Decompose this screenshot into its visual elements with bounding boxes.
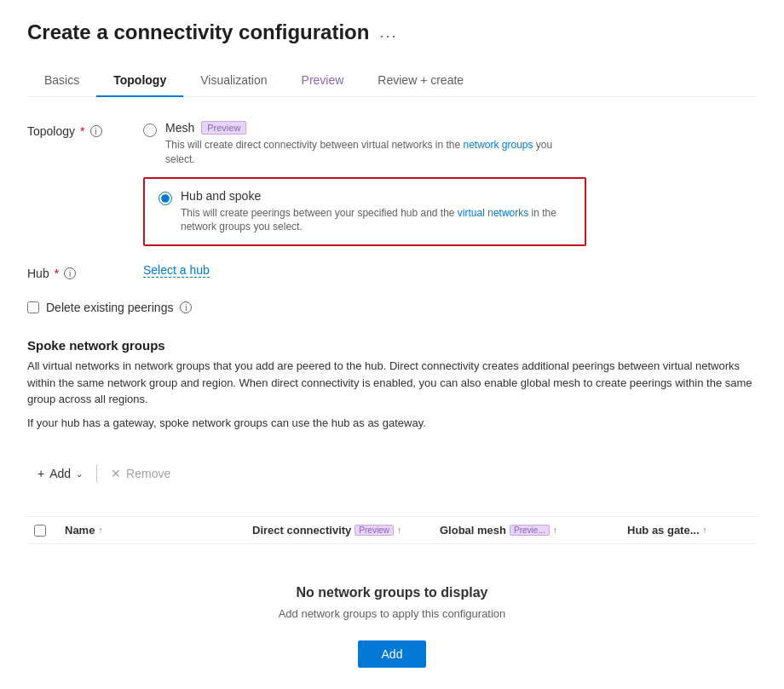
th-gm-preview-badge: Previe... <box>510 525 550 536</box>
th-dc-label: Direct connectivity <box>252 524 351 537</box>
hub-spoke-description: This will create peerings between your s… <box>181 206 571 235</box>
th-dc-preview-badge: Preview <box>355 525 394 536</box>
mesh-description: This will create direct connectivity bet… <box>165 138 574 167</box>
th-gm-label: Global mesh <box>440 524 506 537</box>
add-label: Add <box>49 467 71 480</box>
hub-spoke-title: Hub and spoke <box>181 189 571 203</box>
th-hg-sort-icon[interactable]: ↑ <box>703 525 707 535</box>
topology-hub-spoke-box: Hub and spoke This will create peerings … <box>143 177 586 247</box>
topology-options: Mesh Preview This will create direct con… <box>143 121 757 246</box>
tab-topology[interactable]: Topology <box>96 65 183 97</box>
mesh-label: Mesh <box>165 121 194 135</box>
hub-label-group: Hub * i <box>27 263 130 280</box>
network-groups-table: Name ↑ Direct connectivity Preview ↑ Glo… <box>27 516 757 689</box>
topology-label-group: Topology * i <box>27 121 130 138</box>
th-hg-label: Hub as gate... <box>627 524 700 537</box>
delete-peerings-row: Delete existing peerings i <box>27 301 757 314</box>
empty-state-title: No network groups to display <box>297 585 488 600</box>
th-gm-sort-icon[interactable]: ↑ <box>553 525 557 535</box>
delete-peerings-info-icon[interactable]: i <box>180 301 192 313</box>
topology-hub-spoke-radio[interactable] <box>159 192 172 205</box>
delete-peerings-label: Delete existing peerings <box>46 301 173 314</box>
add-button[interactable]: + Add ⌄ <box>27 462 93 485</box>
required-indicator: * <box>80 124 84 138</box>
mesh-content: Mesh Preview This will create direct con… <box>165 121 574 167</box>
tab-basics[interactable]: Basics <box>27 65 96 97</box>
remove-button[interactable]: ✕ Remove <box>101 462 181 485</box>
add-icon: + <box>37 467 44 480</box>
th-name[interactable]: Name ↑ <box>58 524 245 537</box>
tabs-nav: Basics Topology Visualization Preview Re… <box>27 65 757 97</box>
mesh-preview-badge: Preview <box>201 121 246 135</box>
tab-visualization[interactable]: Visualization <box>183 65 284 97</box>
empty-state: No network groups to display Add network… <box>27 544 757 689</box>
spoke-section: Spoke network groups All virtual network… <box>27 331 757 438</box>
th-name-label: Name <box>65 524 95 537</box>
select-hub-link[interactable]: Select a hub <box>143 263 210 278</box>
th-dc-sort-icon[interactable]: ↑ <box>397 525 401 535</box>
hub-label: Hub <box>27 267 49 280</box>
topology-mesh-radio[interactable] <box>143 123 157 137</box>
more-options-icon[interactable]: ... <box>379 24 397 42</box>
remove-label: Remove <box>126 467 170 480</box>
mesh-title: Mesh Preview <box>165 121 574 135</box>
tab-preview[interactable]: Preview <box>285 65 361 97</box>
topology-mesh-option: Mesh Preview This will create direct con… <box>143 121 757 167</box>
topology-hub-spoke-option: Hub and spoke This will create peerings … <box>159 189 571 235</box>
table-toolbar: + Add ⌄ ✕ Remove <box>27 462 757 485</box>
topology-info-icon[interactable]: i <box>90 125 102 137</box>
th-direct-connectivity[interactable]: Direct connectivity Preview ↑ <box>245 524 433 537</box>
add-chevron-icon: ⌄ <box>76 469 83 479</box>
spoke-section-desc1: All virtual networks in network groups t… <box>27 358 757 408</box>
page-header: Create a connectivity configuration ... <box>27 20 757 44</box>
delete-peerings-checkbox[interactable] <box>27 301 39 313</box>
toolbar-separator <box>96 465 97 482</box>
spoke-section-desc2: If your hub has a gateway, spoke network… <box>27 415 757 432</box>
topology-label: Topology <box>27 124 75 138</box>
empty-state-desc: Add network groups to apply this configu… <box>279 607 506 620</box>
th-hub-as-gateway[interactable]: Hub as gate... ↑ <box>620 524 757 537</box>
hub-info-icon[interactable]: i <box>64 267 76 279</box>
tab-review-create[interactable]: Review + create <box>360 65 481 97</box>
spoke-section-title: Spoke network groups <box>27 338 757 353</box>
hub-spoke-label: Hub and spoke <box>181 189 261 203</box>
remove-x-icon: ✕ <box>111 467 121 480</box>
main-content: Topology * i Mesh Preview This will crea… <box>27 121 757 689</box>
th-global-mesh[interactable]: Global mesh Previe... ↑ <box>433 524 620 537</box>
select-all-checkbox[interactable] <box>34 525 46 537</box>
hub-row: Hub * i Select a hub <box>27 263 757 280</box>
page-title: Create a connectivity configuration <box>27 20 369 44</box>
th-checkbox <box>27 524 58 537</box>
empty-state-add-button[interactable]: Add <box>358 640 427 668</box>
topology-row: Topology * i Mesh Preview This will crea… <box>27 121 757 246</box>
th-name-sort-icon[interactable]: ↑ <box>98 525 102 535</box>
hub-required-indicator: * <box>55 267 59 280</box>
table-header-row: Name ↑ Direct connectivity Preview ↑ Glo… <box>27 517 757 544</box>
hub-spoke-content: Hub and spoke This will create peerings … <box>181 189 571 235</box>
